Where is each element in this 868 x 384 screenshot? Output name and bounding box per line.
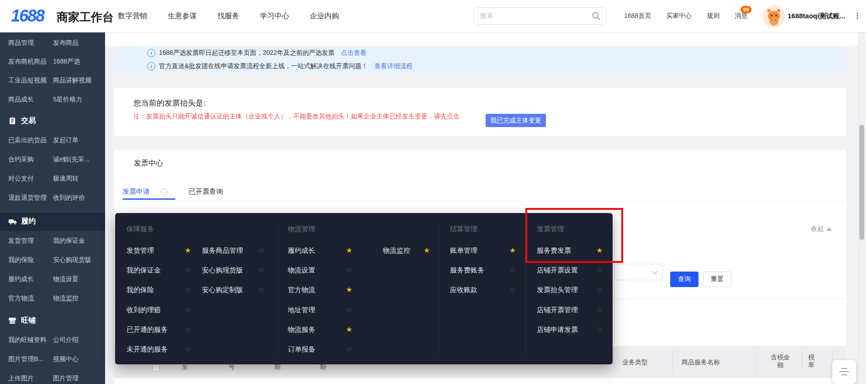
- mega-menu-item[interactable]: 服务商品管理: [202, 246, 243, 255]
- sidebar-item[interactable]: 视频中心: [53, 355, 79, 363]
- search-icon[interactable]: [592, 11, 601, 22]
- mega-menu-item[interactable]: 安心购现货版: [202, 266, 243, 275]
- message-count-badge[interactable]: 99: [741, 6, 752, 13]
- mega-menu-item[interactable]: 物流设置: [288, 266, 315, 275]
- sidebar-item[interactable]: 退款退货管理: [8, 194, 47, 202]
- favorite-star-outline-icon[interactable]: ☆: [509, 266, 516, 275]
- favorite-star-outline-icon[interactable]: ☆: [596, 266, 603, 275]
- favorite-star-outline-icon[interactable]: ☆: [346, 266, 352, 275]
- mega-menu-item[interactable]: 店铺开票设置: [537, 266, 578, 275]
- select-all-checkbox[interactable]: [152, 364, 159, 372]
- sidebar-item[interactable]: 履约成长: [8, 275, 34, 283]
- favorite-star-outline-icon[interactable]: ☆: [509, 285, 516, 294]
- favorite-star-outline-icon[interactable]: ☆: [596, 285, 603, 294]
- favorite-star-outline-icon[interactable]: ☆: [346, 345, 352, 354]
- sidebar-item[interactable]: 诚e赊(先采...: [53, 155, 90, 164]
- favorite-star-outline-icon[interactable]: ☆: [185, 325, 191, 334]
- sidebar-item[interactable]: 图片管理: [53, 374, 79, 383]
- avatar[interactable]: [763, 5, 785, 27]
- favorite-star-outline-icon[interactable]: ☆: [185, 266, 191, 275]
- nav-business-advisor[interactable]: 生意参谋: [168, 11, 197, 21]
- favorite-star-outline-icon[interactable]: ☆: [596, 305, 603, 315]
- search-input[interactable]: 搜索: [473, 7, 607, 25]
- favorite-star-outline-icon[interactable]: ☆: [258, 285, 265, 294]
- link-1688-home[interactable]: 1688首页: [624, 12, 651, 20]
- collapse-toggle[interactable]: 收起: [811, 225, 832, 233]
- sidebar-item[interactable]: 商品讲解视频: [53, 76, 91, 85]
- sidebar-item[interactable]: 5星价格力: [53, 96, 82, 104]
- favorite-star-outline-icon[interactable]: ☆: [185, 285, 191, 294]
- favorite-star-filled-icon[interactable]: ★: [346, 325, 352, 334]
- tab-invoice-apply[interactable]: 发票申请: [122, 187, 150, 196]
- sidebar-item[interactable]: 商品管理: [8, 39, 34, 47]
- mega-menu-item[interactable]: 物流服务: [288, 325, 315, 334]
- subject-changed-button[interactable]: 我已完成主体变更: [486, 114, 546, 127]
- notice-link[interactable]: 点击查看: [341, 49, 366, 57]
- favorite-star-outline-icon[interactable]: ☆: [185, 305, 191, 315]
- favorite-star-filled-icon[interactable]: ★: [509, 246, 516, 255]
- scrollbar-thumb[interactable]: [859, 125, 864, 240]
- sidebar-item[interactable]: 图片管理B...: [8, 355, 43, 363]
- mega-menu-item[interactable]: 应收账款: [450, 286, 477, 294]
- mega-menu-item[interactable]: 物流监控: [383, 246, 410, 255]
- sidebar-item[interactable]: 1688严选: [53, 58, 80, 66]
- sidebar-item[interactable]: 物流设置: [53, 275, 79, 283]
- logo-1688[interactable]: 1688: [11, 6, 44, 26]
- mega-menu-item[interactable]: 已开通的服务: [127, 325, 168, 334]
- nav-learning-center[interactable]: 学习中心: [260, 11, 289, 21]
- sidebar-item[interactable]: 商品成长: [8, 96, 34, 104]
- sidebar-item[interactable]: 安心购现货版: [53, 256, 91, 264]
- sidebar-item[interactable]: 发起订单: [53, 136, 79, 144]
- favorite-star-filled-icon[interactable]: ★: [346, 285, 352, 294]
- nav-find-services[interactable]: 找服务: [217, 11, 239, 21]
- favorite-star-outline-icon[interactable]: ☆: [346, 305, 352, 315]
- nav-enterprise-purchase[interactable]: 企业内购: [310, 11, 339, 21]
- sidebar-item[interactable]: 我的保证金: [53, 237, 85, 245]
- sidebar-section-旺铺[interactable]: 旺铺: [0, 312, 105, 330]
- nav-digital-marketing[interactable]: 数字营销: [118, 11, 147, 21]
- mega-menu-item[interactable]: 未开通的服务: [127, 345, 168, 354]
- mega-menu-item[interactable]: 我的保证金: [127, 266, 161, 275]
- sidebar-item[interactable]: 我的旺铺资料: [8, 336, 47, 344]
- reset-button[interactable]: 重置: [703, 272, 731, 287]
- sidebar-item[interactable]: 已卖出的货品: [8, 136, 47, 144]
- sidebar-item[interactable]: 工业品短视频: [8, 76, 47, 85]
- sidebar-item[interactable]: 官方物流: [8, 294, 34, 303]
- mega-menu-item[interactable]: 店铺申请发票: [537, 325, 578, 334]
- mega-menu-item[interactable]: 地址管理: [288, 306, 315, 315]
- mega-menu-item[interactable]: 发票抬头管理: [537, 286, 578, 294]
- sidebar-section-履约[interactable]: 履约: [0, 213, 105, 231]
- mega-menu-item[interactable]: 服务费账务: [450, 266, 484, 275]
- floating-widget-button[interactable]: [832, 360, 856, 384]
- favorite-star-outline-icon[interactable]: ☆: [596, 325, 603, 334]
- favorite-star-outline-icon[interactable]: ☆: [185, 345, 191, 354]
- favorite-star-filled-icon[interactable]: ★: [346, 246, 352, 255]
- link-rules[interactable]: 规则: [707, 12, 720, 20]
- mega-menu-item[interactable]: 账单管理: [450, 246, 477, 255]
- mega-menu-item[interactable]: 履约成长: [288, 246, 315, 255]
- favorite-star-filled-icon[interactable]: ★: [423, 246, 430, 255]
- sidebar-item[interactable]: 发布商品: [53, 39, 79, 47]
- sidebar-item[interactable]: 公司介绍: [53, 336, 79, 344]
- sidebar-item[interactable]: 发布商机商品: [8, 58, 47, 66]
- scrollbar[interactable]: [858, 32, 865, 384]
- tab-info-icon[interactable]: i: [161, 188, 168, 196]
- mega-menu-item[interactable]: 安心购定制版: [202, 286, 243, 294]
- mega-menu-item[interactable]: 订单报备: [288, 345, 315, 354]
- sidebar-item[interactable]: 发货管理: [8, 237, 34, 245]
- favorite-star-outline-icon[interactable]: ☆: [258, 266, 265, 275]
- sidebar-item[interactable]: 收到的评价: [53, 194, 85, 202]
- filter-select[interactable]: [614, 264, 663, 280]
- logo-workbench-text[interactable]: 商家工作台: [57, 10, 114, 25]
- link-buyer-center[interactable]: 买家中心: [666, 12, 692, 20]
- mega-menu-item[interactable]: 我的保险: [127, 286, 154, 294]
- sidebar-item[interactable]: 极速周转: [53, 175, 79, 183]
- mega-menu-item[interactable]: 收到的理赔: [127, 306, 161, 315]
- sidebar-item[interactable]: 我的保险: [8, 256, 34, 264]
- mega-menu-item[interactable]: 店铺开票管理: [537, 306, 578, 315]
- favorite-star-outline-icon[interactable]: ☆: [258, 246, 265, 255]
- sidebar-item[interactable]: 物流监控: [53, 294, 79, 303]
- account-name[interactable]: 1688taoqi测试账...: [788, 12, 851, 21]
- tab-issued-query[interactable]: 已开票查询: [189, 187, 223, 196]
- query-button[interactable]: 查询: [670, 272, 699, 287]
